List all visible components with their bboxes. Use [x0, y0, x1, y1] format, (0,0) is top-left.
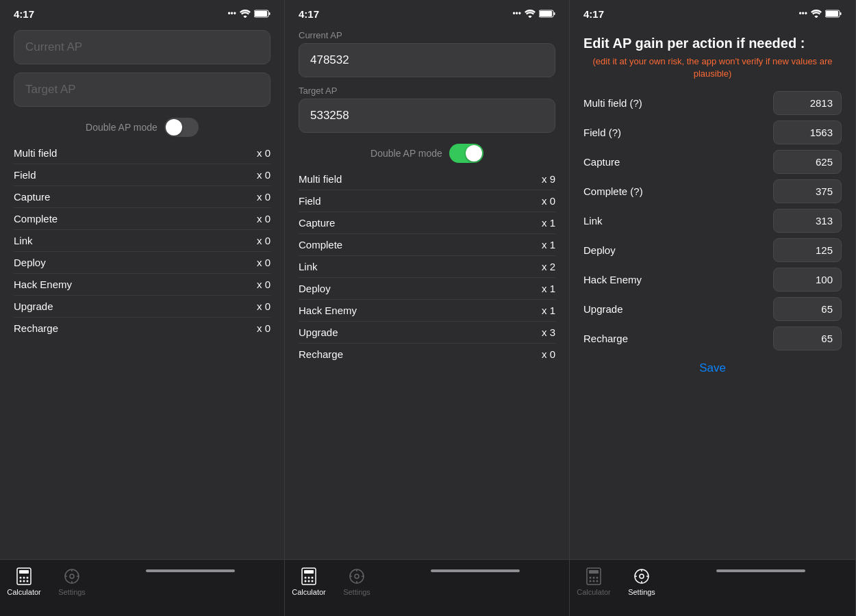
svg-rect-36: [826, 11, 838, 16]
status-time-2: 4:17: [299, 8, 319, 20]
action-list-2: Multi field x 9 Field x 0 Capture x 1 Co…: [299, 168, 555, 365]
svg-point-46: [640, 574, 644, 578]
settings-input-capture[interactable]: [773, 150, 842, 174]
action-count-p2-9: x 0: [542, 348, 555, 360]
tab-calculator-3[interactable]: Calculator: [570, 567, 618, 596]
svg-point-5: [20, 577, 22, 579]
tab-settings-3[interactable]: Settings: [618, 567, 666, 596]
settings-row-deploy: Deploy: [583, 238, 842, 262]
double-ap-toggle-2[interactable]: [449, 144, 483, 163]
status-bar-2: 4:17 •••: [285, 0, 569, 25]
settings-label-hackenemy: Hack Enemy: [583, 274, 642, 285]
action-row-complete-2: Complete x 1: [299, 234, 555, 256]
settings-content-3: Edit AP gain per action if needed : (edi…: [570, 25, 855, 559]
action-name-p2-4: Complete: [299, 239, 342, 251]
action-name-p2-3: Capture: [299, 217, 335, 229]
action-row-field-1: Field x 0: [14, 164, 270, 186]
action-name-3: Capture: [14, 191, 50, 203]
tab-bar-3: Calculator Settings: [570, 559, 855, 616]
svg-rect-21: [304, 570, 314, 574]
action-row-hackenemy-1: Hack Enemy x 0: [14, 274, 270, 296]
tab-settings-2[interactable]: Settings: [333, 567, 381, 596]
settings-label-field: Field (?): [583, 127, 621, 138]
svg-rect-2: [255, 11, 267, 16]
status-icons-1: •••: [227, 9, 270, 18]
svg-point-40: [593, 577, 595, 579]
status-time-1: 4:17: [14, 8, 34, 20]
action-count-9: x 0: [257, 322, 270, 334]
settings-row-upgrade: Upgrade: [583, 297, 842, 321]
action-name-p2-8: Upgrade: [299, 326, 338, 338]
home-indicator-1: [146, 569, 235, 572]
double-ap-row-1: Double AP mode: [14, 118, 270, 137]
content-1: Double AP mode Multi field x 0 Field x 0…: [0, 25, 284, 559]
tab-calculator-label-2: Calculator: [292, 588, 326, 596]
target-ap-input-1[interactable]: [14, 73, 270, 107]
status-bar-3: 4:17 •••: [570, 0, 855, 25]
tab-calculator-2[interactable]: Calculator: [285, 567, 333, 596]
action-name-p2-7: Hack Enemy: [299, 305, 357, 316]
settings-input-hackenemy[interactable]: [773, 268, 842, 292]
panel-3: 4:17 ••• Edit AP gain per action if need…: [570, 0, 856, 616]
tab-calculator-1[interactable]: Calculator: [0, 567, 48, 596]
current-ap-group-2: Current AP: [299, 30, 555, 77]
svg-point-44: [596, 580, 599, 582]
svg-rect-38: [589, 570, 599, 574]
tab-settings-1[interactable]: Settings: [48, 567, 96, 596]
battery-icon-3: [825, 10, 842, 18]
settings-input-link[interactable]: [773, 209, 842, 233]
settings-input-multifield[interactable]: [773, 91, 842, 115]
action-name-8: Upgrade: [14, 300, 53, 312]
svg-point-12: [70, 574, 74, 578]
current-ap-input-2[interactable]: [299, 43, 555, 77]
tab-calculator-label-3: Calculator: [577, 588, 611, 596]
settings-title: Edit AP gain per action if needed :: [583, 36, 842, 51]
settings-label-upgrade: Upgrade: [583, 303, 623, 315]
tab-settings-label-2: Settings: [343, 588, 370, 596]
svg-point-6: [23, 577, 25, 579]
action-name-p2-5: Link: [299, 261, 318, 272]
settings-icon-1: [62, 567, 81, 586]
settings-input-complete[interactable]: [773, 179, 842, 203]
svg-point-39: [590, 577, 592, 579]
action-count-6: x 0: [257, 257, 270, 268]
target-ap-input-2[interactable]: [299, 99, 555, 133]
settings-label-complete: Complete (?): [583, 185, 643, 197]
battery-icon-1: [254, 10, 270, 18]
double-ap-toggle-1[interactable]: [164, 118, 199, 137]
signal-icon-2: •••: [512, 9, 521, 18]
settings-warning: (edit it at your own risk, the app won't…: [583, 55, 842, 80]
action-row-upgrade-2: Upgrade x 3: [299, 322, 555, 344]
settings-row-complete: Complete (?): [583, 179, 842, 203]
tab-settings-label-1: Settings: [58, 588, 86, 596]
svg-rect-35: [840, 12, 842, 15]
panel-2: 4:17 ••• Current AP: [285, 0, 570, 616]
svg-point-26: [308, 580, 310, 582]
status-bar-1: 4:17 •••: [0, 0, 284, 25]
action-row-recharge-2: Recharge x 0: [299, 344, 555, 365]
signal-icon-3: •••: [798, 9, 807, 18]
current-ap-input-1[interactable]: [14, 30, 270, 64]
settings-input-upgrade[interactable]: [773, 297, 842, 321]
settings-label-capture: Capture: [583, 156, 620, 168]
svg-point-8: [20, 580, 22, 582]
target-ap-group-2: Target AP: [299, 86, 555, 133]
svg-point-27: [312, 580, 314, 582]
calculator-icon-2: [299, 567, 318, 586]
calculator-icon-3: [584, 567, 603, 586]
save-button[interactable]: Save: [583, 361, 842, 375]
settings-input-recharge[interactable]: [773, 326, 842, 350]
toggle-knob-2: [466, 145, 482, 162]
action-count-2: x 0: [257, 169, 270, 181]
action-name-p2-9: Recharge: [299, 348, 343, 360]
settings-input-field[interactable]: [773, 120, 842, 144]
svg-rect-19: [540, 11, 552, 16]
action-row-recharge-1: Recharge x 0: [14, 318, 270, 339]
action-count-p2-5: x 2: [542, 261, 555, 272]
settings-label-link: Link: [583, 215, 603, 227]
home-indicator-2: [431, 569, 520, 572]
tab-bar-2: Calculator Settings: [285, 559, 569, 616]
action-row-multifield-2: Multi field x 9: [299, 168, 555, 190]
settings-input-deploy[interactable]: [773, 238, 842, 262]
action-row-multifield-1: Multi field x 0: [14, 142, 270, 164]
